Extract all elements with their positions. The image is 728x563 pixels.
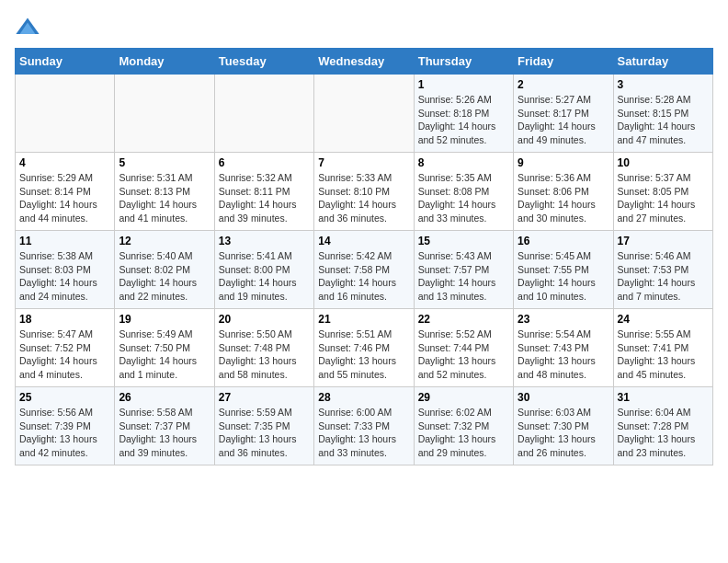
calendar-cell: 22Sunrise: 5:52 AM Sunset: 7:44 PM Dayli… [414, 309, 513, 387]
day-info: Sunrise: 5:40 AM Sunset: 8:02 PM Dayligh… [119, 249, 210, 304]
logo [15, 15, 42, 40]
day-info: Sunrise: 5:36 AM Sunset: 8:06 PM Dayligh… [518, 171, 609, 225]
day-number: 31 [618, 391, 709, 404]
calendar-cell: 13Sunrise: 5:41 AM Sunset: 8:00 PM Dayli… [214, 231, 313, 309]
day-info: Sunrise: 5:26 AM Sunset: 8:18 PM Dayligh… [418, 93, 509, 147]
calendar-cell: 12Sunrise: 5:40 AM Sunset: 8:02 PM Dayli… [115, 231, 214, 309]
calendar-cell: 2Sunrise: 5:27 AM Sunset: 8:17 PM Daylig… [514, 75, 613, 153]
day-number: 9 [518, 156, 609, 169]
column-header-wednesday: Wednesday [314, 49, 414, 75]
column-header-monday: Monday [115, 49, 214, 75]
calendar-cell: 30Sunrise: 6:03 AM Sunset: 7:30 PM Dayli… [514, 387, 613, 465]
day-number: 11 [19, 235, 110, 247]
day-number: 12 [119, 235, 210, 247]
day-info: Sunrise: 5:56 AM Sunset: 7:39 PM Dayligh… [19, 406, 110, 460]
calendar-cell: 6Sunrise: 5:32 AM Sunset: 8:11 PM Daylig… [214, 153, 313, 231]
day-info: Sunrise: 5:46 AM Sunset: 7:53 PM Dayligh… [618, 249, 709, 304]
calendar-week-row: 1Sunrise: 5:26 AM Sunset: 8:18 PM Daylig… [16, 75, 713, 153]
day-number: 13 [219, 235, 310, 247]
column-header-sunday: Sunday [16, 49, 115, 75]
day-info: Sunrise: 5:54 AM Sunset: 7:43 PM Dayligh… [518, 327, 609, 382]
calendar-cell: 10Sunrise: 5:37 AM Sunset: 8:05 PM Dayli… [613, 153, 712, 231]
day-info: Sunrise: 5:32 AM Sunset: 8:11 PM Dayligh… [219, 171, 310, 225]
day-info: Sunrise: 6:04 AM Sunset: 7:28 PM Dayligh… [618, 406, 709, 460]
day-info: Sunrise: 5:42 AM Sunset: 7:58 PM Dayligh… [318, 249, 409, 304]
calendar-cell: 31Sunrise: 6:04 AM Sunset: 7:28 PM Dayli… [613, 387, 712, 465]
day-info: Sunrise: 5:29 AM Sunset: 8:14 PM Dayligh… [19, 171, 110, 225]
day-number: 14 [318, 235, 409, 247]
day-number: 29 [418, 391, 509, 404]
calendar-cell: 21Sunrise: 5:51 AM Sunset: 7:46 PM Dayli… [314, 309, 414, 387]
calendar-cell: 18Sunrise: 5:47 AM Sunset: 7:52 PM Dayli… [16, 309, 115, 387]
day-number: 1 [418, 78, 509, 91]
day-number: 10 [618, 156, 709, 169]
day-info: Sunrise: 5:50 AM Sunset: 7:48 PM Dayligh… [219, 327, 310, 382]
calendar-table: SundayMondayTuesdayWednesdayThursdayFrid… [15, 48, 713, 465]
calendar-cell: 19Sunrise: 5:49 AM Sunset: 7:50 PM Dayli… [115, 309, 214, 387]
calendar-cell [214, 75, 313, 153]
calendar-week-row: 4Sunrise: 5:29 AM Sunset: 8:14 PM Daylig… [16, 153, 713, 231]
day-number: 2 [518, 78, 609, 91]
day-info: Sunrise: 5:41 AM Sunset: 8:00 PM Dayligh… [219, 249, 310, 304]
column-header-saturday: Saturday [613, 49, 712, 75]
day-number: 27 [219, 391, 310, 404]
calendar-cell: 5Sunrise: 5:31 AM Sunset: 8:13 PM Daylig… [115, 153, 214, 231]
day-number: 22 [418, 313, 509, 326]
day-info: Sunrise: 5:31 AM Sunset: 8:13 PM Dayligh… [119, 171, 210, 225]
day-info: Sunrise: 5:33 AM Sunset: 8:10 PM Dayligh… [318, 171, 409, 225]
day-info: Sunrise: 5:51 AM Sunset: 7:46 PM Dayligh… [318, 327, 409, 382]
calendar-week-row: 25Sunrise: 5:56 AM Sunset: 7:39 PM Dayli… [16, 387, 713, 465]
calendar-cell [16, 75, 115, 153]
day-number: 17 [618, 235, 709, 247]
day-number: 18 [19, 313, 110, 326]
calendar-cell: 4Sunrise: 5:29 AM Sunset: 8:14 PM Daylig… [16, 153, 115, 231]
calendar-cell: 17Sunrise: 5:46 AM Sunset: 7:53 PM Dayli… [613, 231, 712, 309]
calendar-cell: 14Sunrise: 5:42 AM Sunset: 7:58 PM Dayli… [314, 231, 414, 309]
logo-icon [15, 15, 40, 40]
day-info: Sunrise: 5:43 AM Sunset: 7:57 PM Dayligh… [418, 249, 509, 304]
calendar-cell [115, 75, 214, 153]
day-number: 5 [119, 156, 210, 169]
calendar-cell: 8Sunrise: 5:35 AM Sunset: 8:08 PM Daylig… [414, 153, 513, 231]
calendar-cell: 1Sunrise: 5:26 AM Sunset: 8:18 PM Daylig… [414, 75, 513, 153]
calendar-cell: 29Sunrise: 6:02 AM Sunset: 7:32 PM Dayli… [414, 387, 513, 465]
calendar-cell: 7Sunrise: 5:33 AM Sunset: 8:10 PM Daylig… [314, 153, 414, 231]
day-number: 20 [219, 313, 310, 326]
column-header-thursday: Thursday [414, 49, 513, 75]
calendar-cell: 23Sunrise: 5:54 AM Sunset: 7:43 PM Dayli… [514, 309, 613, 387]
day-number: 25 [19, 391, 110, 404]
calendar-cell: 28Sunrise: 6:00 AM Sunset: 7:33 PM Dayli… [314, 387, 414, 465]
calendar-cell: 27Sunrise: 5:59 AM Sunset: 7:35 PM Dayli… [214, 387, 313, 465]
day-info: Sunrise: 5:58 AM Sunset: 7:37 PM Dayligh… [119, 406, 210, 460]
day-info: Sunrise: 5:27 AM Sunset: 8:17 PM Dayligh… [518, 93, 609, 147]
calendar-cell: 16Sunrise: 5:45 AM Sunset: 7:55 PM Dayli… [514, 231, 613, 309]
day-info: Sunrise: 5:35 AM Sunset: 8:08 PM Dayligh… [418, 171, 509, 225]
day-info: Sunrise: 6:03 AM Sunset: 7:30 PM Dayligh… [518, 406, 609, 460]
day-number: 8 [418, 156, 509, 169]
day-number: 30 [518, 391, 609, 404]
day-info: Sunrise: 5:28 AM Sunset: 8:15 PM Dayligh… [618, 93, 709, 147]
day-info: Sunrise: 5:49 AM Sunset: 7:50 PM Dayligh… [119, 327, 210, 382]
day-number: 4 [19, 156, 110, 169]
calendar-cell: 15Sunrise: 5:43 AM Sunset: 7:57 PM Dayli… [414, 231, 513, 309]
calendar-cell: 9Sunrise: 5:36 AM Sunset: 8:06 PM Daylig… [514, 153, 613, 231]
day-number: 19 [119, 313, 210, 326]
calendar-cell: 26Sunrise: 5:58 AM Sunset: 7:37 PM Dayli… [115, 387, 214, 465]
day-info: Sunrise: 5:38 AM Sunset: 8:03 PM Dayligh… [19, 249, 110, 304]
day-number: 6 [219, 156, 310, 169]
calendar-cell: 25Sunrise: 5:56 AM Sunset: 7:39 PM Dayli… [16, 387, 115, 465]
day-number: 24 [618, 313, 709, 326]
day-number: 3 [618, 78, 709, 91]
calendar-week-row: 11Sunrise: 5:38 AM Sunset: 8:03 PM Dayli… [16, 231, 713, 309]
day-number: 23 [518, 313, 609, 326]
calendar-week-row: 18Sunrise: 5:47 AM Sunset: 7:52 PM Dayli… [16, 309, 713, 387]
day-info: Sunrise: 5:55 AM Sunset: 7:41 PM Dayligh… [618, 327, 709, 382]
day-info: Sunrise: 6:02 AM Sunset: 7:32 PM Dayligh… [418, 406, 509, 460]
calendar-header-row: SundayMondayTuesdayWednesdayThursdayFrid… [16, 49, 713, 75]
column-header-tuesday: Tuesday [214, 49, 313, 75]
page-header [15, 15, 713, 40]
day-number: 7 [318, 156, 409, 169]
calendar-cell [314, 75, 414, 153]
day-info: Sunrise: 5:45 AM Sunset: 7:55 PM Dayligh… [518, 249, 609, 304]
column-header-friday: Friday [514, 49, 613, 75]
